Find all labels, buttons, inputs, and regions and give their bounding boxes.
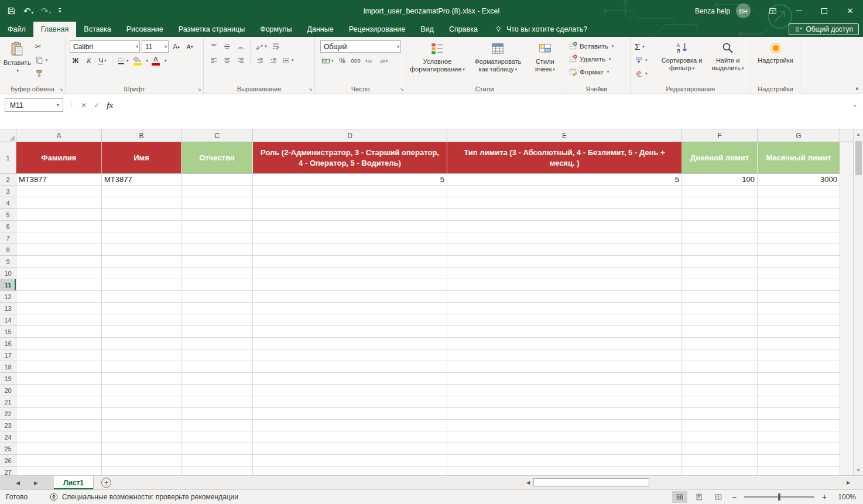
number-format-combo[interactable]: Общий▾ [320, 40, 401, 53]
cell-C25[interactable] [181, 443, 253, 455]
minimize-button[interactable] [786, 0, 811, 22]
sort-filter-button[interactable]: АЯ Сортировка и фильтр▾ [657, 39, 707, 72]
cell-F12[interactable] [682, 291, 758, 303]
align-center-button[interactable] [221, 54, 233, 66]
dialog-launcher-clipboard[interactable]: ↘ [59, 87, 63, 92]
row-header-3[interactable]: 3 [0, 186, 16, 197]
cell-B11[interactable] [102, 279, 181, 291]
cell-D24[interactable] [253, 431, 447, 443]
cell-E22[interactable] [447, 408, 682, 420]
delete-cells-button[interactable]: Удалить▾ [567, 53, 615, 65]
cell-A27[interactable] [16, 467, 102, 475]
cell-C23[interactable] [181, 420, 253, 431]
row-header-18[interactable]: 18 [0, 361, 16, 373]
ribbon-tab-draw[interactable]: Рисование [119, 22, 171, 37]
cell-B12[interactable] [102, 291, 181, 303]
cell-F7[interactable] [682, 232, 758, 244]
formula-bar-handle[interactable]: ⋮ [63, 98, 80, 108]
ribbon-tab-view[interactable]: Вид [413, 22, 441, 37]
cell-A19[interactable] [16, 373, 102, 385]
cell-G3[interactable] [758, 186, 840, 197]
cell-G26[interactable] [758, 455, 840, 467]
ribbon-tab-data[interactable]: Данные [300, 22, 341, 37]
cell-C12[interactable] [181, 291, 253, 303]
cell-A1[interactable]: Фамилия [16, 142, 102, 174]
cell-D15[interactable] [253, 326, 447, 338]
cell-C4[interactable] [181, 197, 253, 209]
cell-D8[interactable] [253, 244, 447, 256]
row-header-27[interactable]: 27 [0, 467, 16, 475]
share-button[interactable]: Общий доступ [789, 23, 859, 35]
close-button[interactable]: ✕ [837, 0, 863, 22]
cell-B24[interactable] [102, 431, 181, 443]
cell-E12[interactable] [447, 291, 682, 303]
cell-B10[interactable] [102, 268, 181, 279]
row-header-17[interactable]: 17 [0, 349, 16, 361]
cell-E3[interactable] [447, 186, 682, 197]
column-header-F[interactable]: F [682, 129, 758, 142]
cell-C17[interactable] [181, 349, 253, 361]
sheet-tab-active[interactable]: Лист1 [54, 476, 94, 489]
cell-G6[interactable] [758, 221, 840, 232]
cell-A16[interactable] [16, 338, 102, 349]
vertical-scroll-thumb[interactable] [855, 141, 862, 175]
cell-D16[interactable] [253, 338, 447, 349]
paste-button[interactable]: Вставить ▾ [2, 39, 33, 74]
cell-E24[interactable] [447, 431, 682, 443]
cell-B4[interactable] [102, 197, 181, 209]
cell-E9[interactable] [447, 256, 682, 268]
name-box[interactable]: M11 ▾ [5, 98, 63, 112]
cell-F10[interactable] [682, 268, 758, 279]
row-header-15[interactable]: 15 [0, 326, 16, 338]
cell-G16[interactable] [758, 338, 840, 349]
cell-C10[interactable] [181, 268, 253, 279]
cell-D27[interactable] [253, 467, 447, 475]
grow-font-button[interactable]: А▴ [170, 41, 182, 53]
cell-C11[interactable] [181, 279, 253, 291]
cell-F1[interactable]: Дневной лимит [682, 142, 758, 174]
format-painter-button[interactable] [33, 67, 50, 80]
row-header-11[interactable]: 11 [0, 279, 16, 291]
insert-cells-button[interactable]: Вставить▾ [567, 40, 615, 52]
cell-F19[interactable] [682, 373, 758, 385]
row-header-23[interactable]: 23 [0, 420, 16, 431]
cell-D5[interactable] [253, 209, 447, 221]
cell-A14[interactable] [16, 314, 102, 326]
row-header-16[interactable]: 16 [0, 338, 16, 349]
cell-D18[interactable] [253, 361, 447, 373]
previous-sheet-button[interactable]: ◀ [16, 480, 20, 486]
cell-A7[interactable] [16, 232, 102, 244]
collapse-ribbon-button[interactable]: ▴ [855, 85, 858, 91]
row-header-2[interactable]: 2 [0, 174, 16, 186]
cell-G13[interactable] [758, 303, 840, 314]
cell-C26[interactable] [181, 455, 253, 467]
cell-C19[interactable] [181, 373, 253, 385]
cell-B20[interactable] [102, 385, 181, 396]
cell-B14[interactable] [102, 314, 181, 326]
cell-E15[interactable] [447, 326, 682, 338]
cell-G11[interactable] [758, 279, 840, 291]
cell-B2[interactable]: МТ3877 [102, 174, 181, 186]
row-header-25[interactable]: 25 [0, 443, 16, 455]
column-header-B[interactable]: B [102, 129, 181, 142]
cell-D11[interactable] [253, 279, 447, 291]
cell-A23[interactable] [16, 420, 102, 431]
cell-E11[interactable] [447, 279, 682, 291]
cell-D4[interactable] [253, 197, 447, 209]
cell-B9[interactable] [102, 256, 181, 268]
column-header-G[interactable]: G [758, 129, 840, 142]
cell-E26[interactable] [447, 455, 682, 467]
expand-formula-bar-button[interactable]: ▾ [849, 98, 861, 108]
align-top-button[interactable] [208, 40, 220, 52]
dialog-launcher-number[interactable]: ↘ [399, 87, 404, 92]
cell-C20[interactable] [181, 385, 253, 396]
cell-F16[interactable] [682, 338, 758, 349]
row-header-22[interactable]: 22 [0, 408, 16, 420]
cell-C24[interactable] [181, 431, 253, 443]
ribbon-tab-help[interactable]: Справка [441, 22, 485, 37]
cell-C1[interactable]: Отчество [181, 142, 253, 174]
cell-C8[interactable] [181, 244, 253, 256]
cell-E1[interactable]: Тип лимита (3 - Абсолютный, 4 - Безлимит… [447, 142, 682, 174]
cell-E10[interactable] [447, 268, 682, 279]
cell-B6[interactable] [102, 221, 181, 232]
